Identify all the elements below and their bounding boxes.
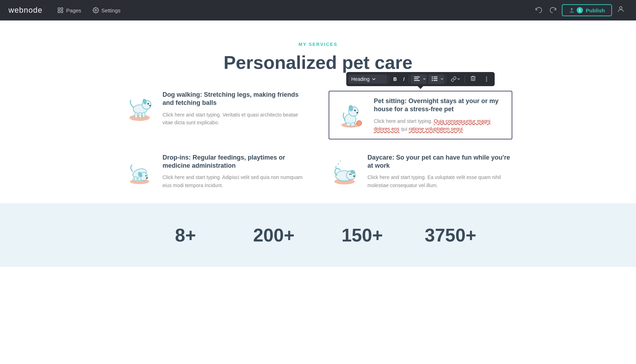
stat-item-4: 3750+ <box>406 225 495 246</box>
svg-rect-1 <box>61 8 63 10</box>
service-item-dog-walking[interactable]: Dog walking: Stretching legs, making fri… <box>124 91 307 139</box>
svg-point-26 <box>486 80 487 82</box>
user-icon <box>617 5 625 13</box>
svg-point-10 <box>147 103 149 105</box>
link-icon <box>450 76 457 82</box>
stat-value-4: 3750+ <box>406 225 495 246</box>
stat-value-1: 8+ <box>141 225 230 246</box>
svg-text:z: z <box>340 159 341 162</box>
svg-point-31 <box>354 110 356 112</box>
section-title: Personalized pet care <box>7 52 629 73</box>
heading-style-select[interactable]: Heading <box>348 74 387 84</box>
svg-rect-45 <box>138 176 141 181</box>
svg-point-25 <box>486 79 487 80</box>
redo-button[interactable] <box>547 5 560 16</box>
svg-rect-14 <box>142 112 145 117</box>
stat-value-3: 150+ <box>318 225 406 246</box>
undo-button[interactable] <box>532 5 545 16</box>
svg-point-34 <box>351 123 355 126</box>
settings-nav-item[interactable]: Settings <box>93 7 120 13</box>
link-button[interactable] <box>448 74 463 84</box>
service-dog-walking-title: Dog walking: Stretching legs, making fri… <box>163 91 307 107</box>
service-item-drop-ins[interactable]: Drop-ins: Regular feedings, playtimes or… <box>124 154 307 190</box>
dog-sleeping-icon: z z z <box>329 154 360 185</box>
svg-point-35 <box>357 121 361 126</box>
user-account-button[interactable] <box>614 4 628 17</box>
svg-point-18 <box>432 76 433 77</box>
stat-item-1: 8+ <box>141 225 230 246</box>
align-button[interactable] <box>411 74 423 84</box>
service-dog-walking-text: Dog walking: Stretching legs, making fri… <box>163 91 307 127</box>
svg-point-11 <box>149 105 151 107</box>
toolbar-separator-3 <box>446 75 446 83</box>
align-icon <box>414 76 420 81</box>
list-button[interactable] <box>429 74 440 84</box>
svg-text:z: z <box>337 162 339 165</box>
pages-icon <box>57 7 64 13</box>
service-drop-ins-body: Click here and start typing. Adipisci ve… <box>163 173 307 189</box>
section-label: MY SERVICES <box>7 42 629 47</box>
svg-point-4 <box>95 10 97 11</box>
stat-item-3: 150+ <box>318 225 406 246</box>
page-content: MY SERVICES Personalized pet care <box>0 20 636 203</box>
stat-item-2: 200+ <box>230 225 318 246</box>
dog-eating-icon <box>124 154 155 185</box>
text-editor-toolbar: Heading B I <box>346 72 495 86</box>
services-grid: Dog walking: Stretching legs, making fri… <box>124 91 512 189</box>
service-dog-walking-body: Click here and start typing. Veritatis e… <box>163 111 307 127</box>
stats-section: 8+ 200+ 150+ 3750+ <box>0 203 636 267</box>
stat-value-2: 200+ <box>230 225 318 246</box>
svg-point-24 <box>486 77 487 78</box>
dog-walking-icon <box>124 91 155 123</box>
delete-button[interactable] <box>466 73 480 85</box>
svg-point-33 <box>346 123 351 126</box>
svg-point-5 <box>619 7 622 9</box>
svg-point-20 <box>432 80 433 81</box>
service-pet-sitting-text: Pet sitting: Overnight stays at your or … <box>374 97 506 133</box>
publish-icon <box>569 7 575 13</box>
chevron-down-icon-3 <box>440 77 444 81</box>
align-group <box>411 74 427 84</box>
service-drop-ins-text: Drop-ins: Regular feedings, playtimes or… <box>163 154 307 190</box>
toolbar-separator-4 <box>465 75 465 83</box>
topnav-right: 1 Publish <box>532 4 628 17</box>
service-daycare-text: Daycare: So your pet can have fun while … <box>367 154 512 190</box>
service-pet-sitting-body: Click here and start typing. Quia conseq… <box>374 117 506 133</box>
svg-point-32 <box>356 112 358 113</box>
publish-badge: 1 <box>577 7 583 13</box>
publish-button[interactable]: 1 Publish <box>562 4 612 16</box>
undo-icon <box>535 6 542 13</box>
service-daycare-title: Daycare: So your pet can have fun while … <box>367 154 512 170</box>
bold-button[interactable]: B <box>390 74 400 84</box>
svg-point-43 <box>146 177 148 179</box>
italic-button[interactable]: I <box>400 74 407 84</box>
redo-icon <box>550 6 557 13</box>
svg-rect-44 <box>135 176 137 181</box>
more-icon <box>483 76 490 82</box>
logo: webnode <box>8 6 42 15</box>
dog-sitting-icon <box>335 97 367 129</box>
svg-rect-3 <box>61 11 63 13</box>
toolbar-separator-1 <box>389 75 389 83</box>
list-icon <box>432 76 437 81</box>
svg-rect-0 <box>58 8 60 10</box>
svg-rect-12 <box>135 112 137 118</box>
list-group <box>428 74 444 84</box>
service-pet-sitting-title: Pet sitting: Overnight stays at your or … <box>374 97 506 114</box>
link-2[interactable]: ratione voluptatem sequi <box>409 126 463 132</box>
service-item-daycare[interactable]: z z z Daycare: So your pet can have fun … <box>329 154 512 190</box>
top-navigation: webnode Pages Settings 1 <box>0 0 636 20</box>
svg-point-50 <box>353 175 355 177</box>
service-drop-ins-title: Drop-ins: Regular feedings, playtimes or… <box>163 154 307 170</box>
chevron-down-icon-4 <box>457 77 460 81</box>
service-daycare-body: Click here and start typing. Ea voluptat… <box>367 173 512 189</box>
trash-icon <box>470 75 476 82</box>
more-options-button[interactable] <box>481 74 493 84</box>
svg-text:z: z <box>335 164 337 168</box>
toolbar-separator-2 <box>409 75 409 83</box>
svg-point-42 <box>145 175 147 177</box>
service-item-pet-sitting[interactable]: Heading B I <box>329 91 512 139</box>
chevron-down-icon <box>372 77 376 81</box>
svg-rect-2 <box>58 11 60 13</box>
pages-nav-item[interactable]: Pages <box>57 7 81 13</box>
